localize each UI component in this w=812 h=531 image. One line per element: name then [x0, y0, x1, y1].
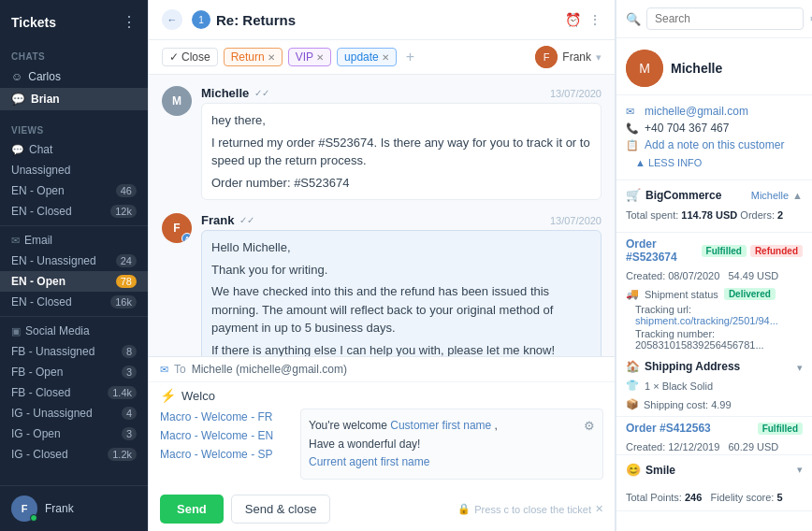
box-icon: 📦: [626, 398, 639, 410]
hint-text: Press c to close the ticket: [474, 504, 591, 515]
right-panel: 🔍 ⚙ M Michelle ✉ michelle@gmail.com 📞 +4…: [616, 0, 812, 531]
message-bubble: Hello Michelle, Thank you for writing. W…: [201, 230, 602, 356]
email-icon: ✉: [11, 235, 20, 247]
sidebar-item-chat[interactable]: 💬 Chat: [0, 139, 148, 160]
agent-badge: A: [181, 233, 192, 243]
tags-row: ✓ Close Return ✕ VIP ✕ update ✕ + F Fran…: [149, 40, 615, 75]
smile-label: Smile: [645, 464, 675, 477]
bigcommerce-title: 🛒 BigCommerce: [626, 188, 721, 202]
sidebar-item-ig-closed[interactable]: IG - Closed 1.2k: [0, 444, 148, 465]
unread-badge: 1: [192, 10, 210, 29]
add-tag-button[interactable]: +: [402, 49, 418, 65]
tracking-url[interactable]: shipment.co/tracking/2501/94...: [635, 315, 778, 326]
sidebar-item-fb-unassigned[interactable]: FB - Unassigned 8: [0, 341, 148, 362]
sidebar-item-ig-open[interactable]: IG - Open 3: [0, 423, 148, 444]
email-icon: ✉: [626, 106, 639, 118]
sender-avatar: M: [162, 86, 192, 116]
sidebar-item-ig-unassigned[interactable]: IG - Unassigned 4: [0, 403, 148, 423]
macro-search-input[interactable]: [181, 389, 603, 403]
shipment-row: 🚚 Shipment status Delivered Tracking url…: [616, 283, 812, 356]
message-content: Frank ✓✓ 13/07/2020 Hello Michelle, Than…: [201, 213, 602, 356]
verified-icon: ✓✓: [254, 88, 269, 98]
sidebar-item-en-open2[interactable]: EN - Open 78: [0, 271, 148, 292]
more-icon[interactable]: ⋮: [588, 12, 602, 27]
conversation-header: ← 1 Re: Returns ⏰ ⋮: [149, 0, 615, 40]
smile-icon: 😊: [626, 463, 641, 477]
total-spent: Total spent: 114.78 USD Orders: 2: [626, 209, 803, 221]
message-time: 13/07/2020: [550, 88, 602, 99]
shipping-address-toggle[interactable]: 🏠 Shipping Address ▾: [616, 356, 812, 376]
smile-body: Total Points: 246 Fidelity score: 5: [616, 484, 812, 510]
order-badges: Fulfilled Refunded: [702, 245, 803, 257]
remove-update-tag-icon[interactable]: ✕: [382, 52, 389, 63]
sidebar-item-en-open1[interactable]: EN - Open 46: [0, 180, 148, 201]
gear-icon[interactable]: ⚙: [584, 417, 595, 437]
sidebar-item-unassigned[interactable]: Unassigned: [0, 160, 148, 180]
order-id[interactable]: Order #S412563: [626, 422, 711, 435]
macro-list: Macro - Welcome - FR Macro - Welcome - E…: [160, 409, 291, 480]
message-bubble: hey there, I returned my order #S523674.…: [201, 103, 602, 200]
sidebar-item-en-closed1[interactable]: EN - Closed 12k: [0, 201, 148, 222]
return-tag[interactable]: Return ✕: [224, 48, 283, 66]
remove-vip-tag-icon[interactable]: ✕: [316, 52, 324, 63]
update-tag[interactable]: update ✕: [337, 48, 397, 66]
customer-name-placeholder: Customer first name: [390, 419, 491, 432]
send-close-button[interactable]: Send & close: [231, 495, 331, 524]
close-tag[interactable]: ✓ Close: [162, 48, 218, 66]
order-id[interactable]: Order #S523674: [626, 237, 702, 264]
bigcommerce-header[interactable]: 🛒 BigCommerce Michelle ▲: [616, 180, 812, 209]
customer-header: M Michelle: [616, 38, 812, 95]
product-name: 1 × Black Solid: [645, 380, 713, 392]
compose-actions: Send Send & close 🔒 Press c to close the…: [149, 487, 615, 531]
vip-tag[interactable]: VIP ✕: [288, 48, 331, 66]
sidebar-item-brian[interactable]: 💬 Brian: [0, 88, 148, 110]
remove-return-tag-icon[interactable]: ✕: [268, 52, 275, 63]
bc-customer-label[interactable]: Michelle: [751, 190, 789, 201]
note-row: 📋 Add a note on this customer: [626, 136, 803, 153]
sender-avatar: F A: [162, 213, 192, 243]
verified-icon: ✓✓: [239, 215, 254, 225]
send-button[interactable]: Send: [160, 495, 224, 524]
add-note-button[interactable]: Add a note on this customer: [645, 138, 784, 151]
bigcommerce-section: 🛒 BigCommerce Michelle ▲ Total spent: 11…: [616, 180, 812, 455]
sidebar-item-carlos[interactable]: ☺ Carlos: [0, 65, 148, 88]
chevron-down-icon: ▾: [797, 362, 803, 374]
sidebar-item-fb-open[interactable]: FB - Open 3: [0, 362, 148, 382]
views-section: VIEWS 💬 Chat Unassigned EN - Open 46 EN …: [0, 114, 148, 468]
macro-item-en[interactable]: Macro - Welcome - EN: [160, 427, 291, 444]
message-meta: Frank ✓✓ 13/07/2020: [201, 213, 602, 227]
compose-to-row: ✉ To Michelle (michelle@gmail.com): [149, 357, 615, 382]
footer-username: Frank: [45, 502, 74, 515]
order-badges: Fulfilled: [758, 423, 803, 435]
sidebar-item-en-unassigned[interactable]: EN - Unassigned 24: [0, 251, 148, 271]
agent-picker[interactable]: F Frank ▾: [535, 46, 602, 68]
sidebar-title: Tickets: [11, 15, 56, 30]
clock-icon[interactable]: ⏰: [565, 12, 581, 27]
chat-icon: 💬: [11, 93, 25, 106]
order-date: Created: 08/07/2020 54.49 USD: [616, 268, 812, 283]
less-info-toggle[interactable]: ▲ LESS INFO: [626, 153, 803, 172]
macro-preview: ⚙ You're welcome Customer first name , H…: [300, 409, 603, 480]
chevron-up-icon: ▲: [792, 190, 803, 201]
sidebar-menu-icon[interactable]: ⋮: [122, 13, 137, 31]
smile-header[interactable]: 😊 Smile ▾: [616, 455, 812, 484]
chat-icon: 💬: [11, 144, 24, 156]
close-hint-icon[interactable]: ✕: [595, 503, 603, 515]
product-row: 👕 1 × Black Solid: [616, 376, 812, 395]
chevron-down-icon: ▾: [596, 51, 602, 64]
conversation-panel: ← 1 Re: Returns ⏰ ⋮ ✓ Close Return ✕ VIP…: [148, 0, 616, 531]
sidebar-item-social[interactable]: ▣ Social Media: [0, 321, 148, 341]
search-input[interactable]: [646, 7, 804, 30]
checkmark-icon: ✓: [169, 50, 179, 64]
macro-item-sp[interactable]: Macro - Welcome - SP: [160, 446, 291, 463]
tshirt-icon: 👕: [626, 380, 639, 392]
shipment-status: 🚚 Shipment status Delivered: [626, 288, 803, 300]
macro-item-fr[interactable]: Macro - Welcome - FR: [160, 409, 291, 425]
conversation-title: Re: Returns: [216, 12, 556, 28]
compose-macro: ⚡: [149, 382, 615, 405]
sidebar-item-en-closed2[interactable]: EN - Closed 16k: [0, 292, 148, 312]
customer-email[interactable]: michelle@gmail.com: [645, 105, 748, 118]
sidebar-item-email[interactable]: ✉ Email: [0, 230, 148, 251]
back-button[interactable]: ←: [162, 9, 182, 30]
sidebar-item-fb-closed[interactable]: FB - Closed 1.4k: [0, 382, 148, 403]
